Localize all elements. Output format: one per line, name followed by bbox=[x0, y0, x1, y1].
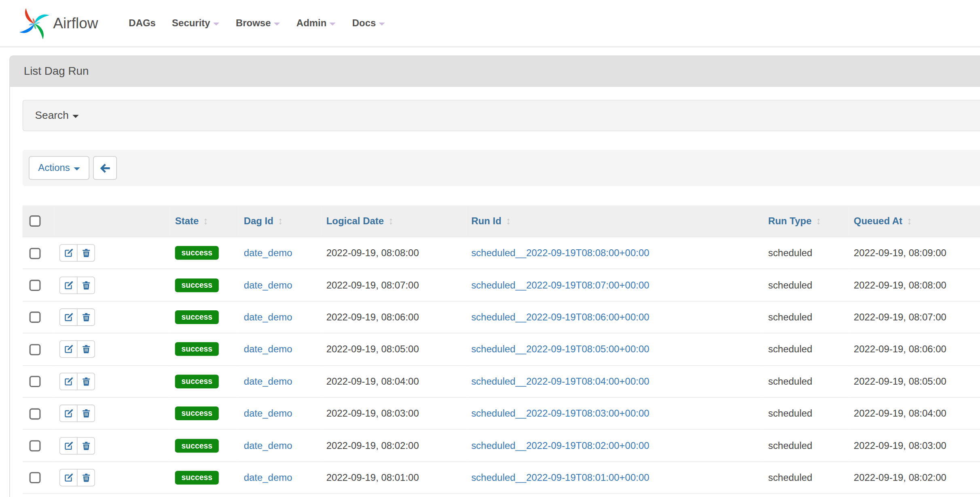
queued-at-cell: 2022-09-19, 08:09:00 bbox=[849, 237, 980, 269]
row-checkbox[interactable] bbox=[30, 472, 41, 484]
dag-id-link[interactable]: date_demo bbox=[244, 280, 292, 290]
column-header-logical-date[interactable]: Logical Date↕ bbox=[321, 205, 466, 237]
sort-icon: ↕ bbox=[278, 215, 283, 226]
row-checkbox[interactable] bbox=[30, 344, 41, 355]
dag-id-link[interactable]: date_demo bbox=[244, 312, 292, 322]
row-actions bbox=[59, 405, 95, 422]
run-id-link[interactable]: scheduled__2022-09-19T08:08:00+00:00 bbox=[471, 247, 649, 258]
edit-button[interactable] bbox=[59, 405, 78, 422]
row-checkbox[interactable] bbox=[30, 408, 41, 419]
column-header-run-id[interactable]: Run Id↕ bbox=[466, 205, 763, 237]
delete-button[interactable] bbox=[77, 276, 95, 294]
select-all-header bbox=[23, 205, 55, 237]
run-id-link[interactable]: scheduled__2022-09-19T08:06:00+00:00 bbox=[471, 312, 649, 322]
run-id-link[interactable]: scheduled__2022-09-19T08:05:00+00:00 bbox=[471, 343, 649, 354]
state-badge: success bbox=[175, 439, 219, 453]
delete-button[interactable] bbox=[77, 469, 95, 486]
brand[interactable]: Airflow bbox=[19, 6, 98, 40]
run-id-link[interactable]: scheduled__2022-09-19T08:07:00+00:00 bbox=[471, 280, 649, 290]
caret-down-icon bbox=[379, 22, 385, 25]
row-actions bbox=[59, 244, 95, 261]
run-type-cell: scheduled bbox=[763, 333, 849, 365]
state-badge: success bbox=[175, 278, 219, 292]
queued-at-cell: 2022-09-19, 08:06:00 bbox=[849, 333, 980, 365]
queued-at-cell: 2022-09-19, 08:02:00 bbox=[849, 461, 980, 493]
run-type-cell: scheduled bbox=[763, 237, 849, 269]
delete-button[interactable] bbox=[77, 437, 95, 454]
state-badge: success bbox=[175, 342, 219, 356]
state-badge: success bbox=[175, 471, 219, 484]
run-type-cell: scheduled bbox=[763, 365, 849, 397]
run-id-link[interactable]: scheduled__2022-09-19T08:02:00+00:00 bbox=[471, 440, 649, 451]
row-checkbox[interactable] bbox=[30, 440, 41, 451]
delete-button[interactable] bbox=[77, 405, 95, 422]
nav-item-security[interactable]: Security bbox=[164, 17, 228, 29]
delete-button[interactable] bbox=[77, 308, 95, 326]
table-row: success date_demo 2022-09-19, 08:05:00 s… bbox=[23, 333, 980, 365]
caret-down-icon bbox=[74, 167, 80, 170]
logical-date-cell: 2022-09-19, 08:03:00 bbox=[321, 397, 466, 429]
logical-date-cell: 2022-09-19, 08:01:00 bbox=[321, 461, 466, 493]
state-badge: success bbox=[175, 375, 219, 388]
column-header-dag-id[interactable]: Dag Id↕ bbox=[239, 205, 321, 237]
logical-date-cell: 2022-09-19, 08:04:00 bbox=[321, 365, 466, 397]
actions-column-header bbox=[54, 205, 170, 237]
logical-date-cell: 2022-09-19, 08:05:00 bbox=[321, 333, 466, 365]
edit-button[interactable] bbox=[59, 469, 78, 486]
nav-menu: DAGs Security Browse Admin Docs bbox=[121, 17, 393, 29]
dag-id-link[interactable]: date_demo bbox=[244, 247, 292, 258]
edit-button[interactable] bbox=[59, 276, 78, 294]
run-type-cell: scheduled bbox=[763, 461, 849, 493]
sort-icon: ↕ bbox=[907, 215, 912, 226]
dag-id-link[interactable]: date_demo bbox=[244, 472, 292, 482]
column-header-queued-at[interactable]: Queued At↕ bbox=[849, 205, 980, 237]
edit-button[interactable] bbox=[59, 244, 78, 261]
run-id-link[interactable]: scheduled__2022-09-19T08:01:00+00:00 bbox=[471, 472, 649, 482]
edit-button[interactable] bbox=[59, 308, 78, 326]
run-id-link[interactable]: scheduled__2022-09-19T08:03:00+00:00 bbox=[471, 408, 649, 418]
run-type-cell: scheduled bbox=[763, 397, 849, 429]
airflow-logo-icon bbox=[19, 6, 50, 40]
delete-button[interactable] bbox=[77, 244, 95, 261]
state-badge: success bbox=[175, 406, 219, 420]
dag-id-link[interactable]: date_demo bbox=[244, 376, 292, 386]
row-checkbox[interactable] bbox=[30, 312, 41, 323]
dag-id-link[interactable]: date_demo bbox=[244, 408, 292, 418]
sort-icon: ↕ bbox=[506, 215, 510, 226]
back-button[interactable] bbox=[93, 156, 117, 180]
row-actions bbox=[59, 341, 95, 358]
nav-item-docs[interactable]: Docs bbox=[344, 17, 394, 29]
run-type-cell: scheduled bbox=[763, 269, 849, 301]
caret-down-icon bbox=[330, 22, 336, 25]
table-row: success date_demo 2022-09-19, 08:02:00 s… bbox=[23, 430, 980, 461]
pencil-square-icon bbox=[64, 473, 73, 482]
run-id-link[interactable]: scheduled__2022-09-19T08:04:00+00:00 bbox=[471, 376, 649, 386]
edit-button[interactable] bbox=[59, 373, 78, 390]
nav-item-browse[interactable]: Browse bbox=[228, 17, 288, 29]
panel-heading: List Dag Run bbox=[10, 56, 980, 87]
logical-date-cell: 2022-09-19, 08:02:00 bbox=[321, 430, 466, 461]
caret-down-icon bbox=[72, 115, 78, 118]
dag-id-link[interactable]: date_demo bbox=[244, 343, 292, 354]
table-row: success date_demo 2022-09-19, 08:01:00 s… bbox=[23, 461, 980, 493]
nav-item-dags[interactable]: DAGs bbox=[121, 17, 164, 29]
trash-icon bbox=[82, 281, 91, 290]
list-dag-run-panel: List Dag Run Search Actions bbox=[9, 56, 980, 497]
trash-icon bbox=[82, 409, 91, 418]
search-toggle[interactable]: Search bbox=[23, 100, 980, 131]
edit-button[interactable] bbox=[59, 341, 78, 358]
column-header-state[interactable]: State↕ bbox=[170, 205, 239, 237]
row-checkbox[interactable] bbox=[30, 376, 41, 387]
row-checkbox[interactable] bbox=[30, 248, 41, 259]
run-type-cell: scheduled bbox=[763, 301, 849, 333]
row-checkbox[interactable] bbox=[30, 280, 41, 291]
dag-id-link[interactable]: date_demo bbox=[244, 440, 292, 451]
nav-item-admin[interactable]: Admin bbox=[288, 17, 344, 29]
edit-button[interactable] bbox=[59, 437, 78, 454]
column-header-run-type[interactable]: Run Type↕ bbox=[763, 205, 849, 237]
pencil-square-icon bbox=[64, 313, 73, 322]
select-all-checkbox[interactable] bbox=[30, 216, 41, 227]
delete-button[interactable] bbox=[77, 373, 95, 390]
delete-button[interactable] bbox=[77, 341, 95, 358]
actions-button[interactable]: Actions bbox=[29, 156, 89, 180]
